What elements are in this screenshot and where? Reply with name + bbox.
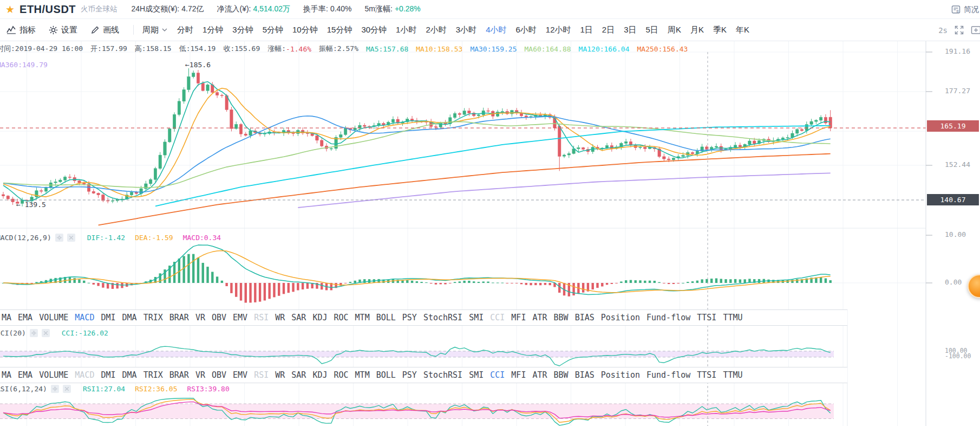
period-menu-button[interactable]: 周期: [142, 25, 167, 35]
tab-row1-tab-rsi[interactable]: RSI: [254, 313, 269, 322]
tab-row1-tab-smi[interactable]: SMI: [469, 313, 484, 322]
draw-tool-button[interactable]: 画线: [90, 25, 119, 35]
tab-row1-tab-ema[interactable]: EMA: [18, 313, 32, 322]
tab-row1-tab-roc[interactable]: ROC: [334, 313, 349, 322]
tab-row2-tab-dmi[interactable]: DMI: [101, 370, 115, 380]
tab-row2-tab-fund-flow[interactable]: Fund-flow: [646, 370, 690, 380]
summary-link[interactable]: B 简况: [951, 0, 979, 19]
tab-row1-tab-kdj[interactable]: KDJ: [312, 313, 327, 322]
period-option-13[interactable]: 1日: [580, 25, 593, 35]
gear-icon[interactable]: [55, 234, 63, 242]
period-option-3[interactable]: 5分钟: [263, 25, 283, 35]
tab-row1-tab-fund-flow[interactable]: Fund-flow: [646, 313, 690, 322]
tab-row1-tab-vr[interactable]: VR: [195, 313, 205, 322]
period-option-16[interactable]: 5日: [646, 25, 658, 35]
period-option-8[interactable]: 2小时: [426, 25, 446, 35]
toolbar-divider: [133, 25, 134, 35]
period-option-17[interactable]: 周K: [668, 25, 681, 35]
tab-row2-tab-vr[interactable]: VR: [195, 370, 205, 380]
tab-row2-tab-ttmu[interactable]: TTMU: [723, 370, 742, 380]
tab-row2-tab-cci[interactable]: CCI: [490, 370, 505, 380]
period-option-9[interactable]: 3小时: [456, 25, 476, 35]
tab-row2-tab-emv[interactable]: EMV: [233, 370, 247, 380]
tab-row1-tab-dma[interactable]: DMA: [122, 313, 137, 322]
tab-row2-tab-smi[interactable]: SMI: [469, 370, 484, 380]
tab-row2-tab-boll[interactable]: BOLL: [376, 370, 396, 380]
period-option-12[interactable]: 12小时: [546, 25, 571, 35]
period-option-6[interactable]: 30分钟: [361, 25, 387, 35]
close-icon[interactable]: [42, 329, 50, 337]
tab-row1-tab-dmi[interactable]: DMI: [101, 313, 115, 322]
tab-row2-tab-kdj[interactable]: KDJ: [312, 370, 327, 380]
tab-row1-tab-psy[interactable]: PSY: [402, 313, 417, 322]
tab-row2-tab-stochrsi[interactable]: StochRSI: [423, 370, 462, 380]
gear-icon[interactable]: [51, 385, 59, 393]
period-option-19[interactable]: 季K: [713, 25, 727, 35]
tab-row2-tab-mtm[interactable]: MTM: [355, 370, 370, 380]
tab-row1-tab-ma[interactable]: MA: [2, 313, 11, 322]
period-option-4[interactable]: 10分钟: [292, 25, 318, 35]
tab-row1-tab-obv[interactable]: OBV: [212, 313, 226, 322]
tab-row2-tab-mfi[interactable]: MFI: [511, 370, 526, 380]
tab-row2-tab-ma[interactable]: MA: [2, 370, 11, 380]
indicator-tab-row-2: MAEMAVOLUMEMACDDMIDMATRIXBRARVROBVEMVRSI…: [0, 367, 847, 383]
tab-row1-tab-emv[interactable]: EMV: [233, 313, 247, 322]
indicator-tool-button[interactable]: 指标: [6, 25, 36, 35]
tab-row1-tab-bias[interactable]: BIAS: [575, 313, 594, 322]
tab-row1-tab-volume[interactable]: VOLUME: [39, 313, 68, 322]
tab-row1-tab-mtm[interactable]: MTM: [355, 313, 370, 322]
period-option-5[interactable]: 15分钟: [327, 25, 352, 35]
period-option-7[interactable]: 1小时: [396, 25, 416, 35]
tab-row2-tab-brar[interactable]: BRAR: [169, 370, 189, 380]
tab-row1-tab-wr[interactable]: WR: [275, 313, 285, 322]
tab-row2-tab-roc[interactable]: ROC: [334, 370, 349, 380]
tab-row2-tab-ttsi[interactable]: TTSI: [697, 370, 716, 380]
tab-row2-tab-position[interactable]: Position: [601, 370, 640, 380]
tab-row1-tab-mfi[interactable]: MFI: [511, 313, 526, 322]
period-option-1[interactable]: 1分钟: [202, 25, 223, 35]
tab-row2-tab-rsi[interactable]: RSI: [254, 370, 269, 380]
tab-row2-tab-psy[interactable]: PSY: [402, 370, 417, 380]
add-indicator-icon[interactable]: [971, 25, 980, 35]
period-option-2[interactable]: 3分钟: [232, 25, 253, 35]
macd-row-value-0: DIF:-1.42: [87, 234, 125, 242]
tab-row2-tab-trix[interactable]: TRIX: [143, 370, 163, 380]
settings-tool-button[interactable]: 设置: [49, 25, 77, 35]
tab-row2-tab-ema[interactable]: EMA: [18, 370, 32, 380]
tab-row2-tab-bbw[interactable]: BBW: [554, 370, 569, 380]
tab-row2-tab-bias[interactable]: BIAS: [575, 370, 594, 380]
gear-icon[interactable]: [30, 329, 38, 337]
tab-row1-tab-brar[interactable]: BRAR: [169, 313, 189, 322]
tab-row1-tab-bbw[interactable]: BBW: [554, 313, 569, 322]
tab-row2-tab-volume[interactable]: VOLUME: [39, 370, 68, 380]
tab-row1-tab-macd[interactable]: MACD: [75, 313, 94, 322]
tab-row1-tab-cci[interactable]: CCI: [490, 313, 505, 322]
tab-row1-tab-atr[interactable]: ATR: [532, 313, 547, 322]
price-chart[interactable]: [0, 0, 980, 426]
favorite-star-icon[interactable]: ★: [5, 3, 15, 16]
period-option-20[interactable]: 年K: [736, 25, 749, 35]
tab-row1-tab-boll[interactable]: BOLL: [376, 313, 396, 322]
tab-row2-tab-sar[interactable]: SAR: [291, 370, 306, 380]
header-bar: ★ ETH/USDT 火币全球站 24H成交额(¥):4.72亿净流入(¥):4…: [0, 0, 980, 19]
tab-row1-tab-ttsi[interactable]: TTSI: [697, 313, 716, 322]
tab-row2-tab-dma[interactable]: DMA: [122, 370, 137, 380]
period-option-14[interactable]: 2日: [602, 25, 615, 35]
tab-row1-tab-ttmu[interactable]: TTMU: [723, 313, 742, 322]
period-option-15[interactable]: 3日: [624, 25, 636, 35]
fullscreen-icon[interactable]: [954, 25, 964, 35]
tab-row2-tab-wr[interactable]: WR: [275, 370, 285, 380]
tab-row2-tab-obv[interactable]: OBV: [212, 370, 226, 380]
close-icon[interactable]: [63, 385, 71, 393]
tab-row1-tab-stochrsi[interactable]: StochRSI: [423, 313, 462, 322]
tab-row2-tab-macd[interactable]: MACD: [75, 370, 94, 380]
period-option-10[interactable]: 4小时: [486, 25, 506, 35]
tab-row1-tab-sar[interactable]: SAR: [291, 313, 306, 322]
close-icon[interactable]: [67, 234, 75, 242]
period-option-11[interactable]: 6小时: [515, 25, 536, 35]
period-option-18[interactable]: 月K: [690, 25, 704, 35]
period-option-0[interactable]: 分时: [177, 25, 193, 35]
tab-row1-tab-position[interactable]: Position: [601, 313, 640, 322]
tab-row2-tab-atr[interactable]: ATR: [532, 370, 547, 380]
tab-row1-tab-trix[interactable]: TRIX: [143, 313, 163, 322]
